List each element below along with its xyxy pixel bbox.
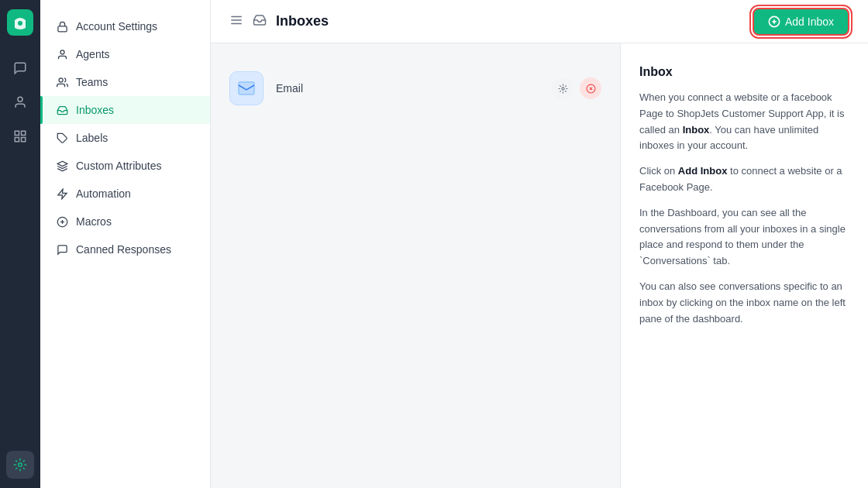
automation-icon: [56, 187, 68, 200]
header-left: Inboxes: [229, 13, 329, 30]
svg-rect-5: [15, 138, 19, 142]
svg-marker-11: [57, 161, 67, 166]
app-logo: [7, 9, 33, 36]
page-header: Inboxes Add Inbox: [211, 0, 868, 43]
sidebar-item-inboxes[interactable]: Inboxes: [40, 96, 210, 124]
inbox-settings-button[interactable]: [552, 77, 574, 99]
sidebar-item-label: Custom Attributes: [76, 160, 162, 172]
macros-icon: [56, 215, 68, 228]
account-settings-icon: [56, 20, 68, 33]
svg-point-24: [561, 87, 563, 89]
svg-marker-12: [57, 189, 66, 199]
nav-contacts[interactable]: [6, 88, 34, 116]
svg-rect-4: [22, 138, 26, 142]
inboxes-icon: [56, 104, 68, 116]
sidebar-item-label: Canned Responses: [76, 243, 171, 256]
content-body: Email Inbox When you connect a website o…: [211, 43, 868, 488]
svg-rect-22: [239, 82, 254, 95]
info-paragraph-2: Click on Add Inbox to connect a website …: [639, 163, 849, 196]
svg-point-6: [19, 463, 22, 467]
sidebar-item-account-settings[interactable]: Account Settings: [40, 12, 210, 40]
info-paragraph-4: You can also see conversations specific …: [639, 279, 849, 327]
inbox-action-buttons: [552, 77, 601, 99]
svg-point-1: [18, 97, 22, 101]
menu-icon[interactable]: [229, 13, 243, 30]
inbox-name: Email: [276, 82, 539, 95]
sidebar-item-label: Teams: [76, 76, 108, 88]
agents-icon: [56, 48, 68, 60]
table-row: Email: [229, 62, 601, 115]
nav-settings[interactable]: [6, 451, 34, 479]
inbox-delete-button[interactable]: [580, 77, 601, 99]
inbox-avatar: [229, 71, 264, 105]
add-inbox-button[interactable]: Add Inbox: [753, 8, 849, 36]
inboxes-header-icon: [253, 13, 267, 30]
sidebar-item-label: Labels: [76, 132, 108, 144]
svg-point-8: [60, 50, 64, 53]
sidebar-item-canned-responses[interactable]: Canned Responses: [40, 235, 210, 263]
page-title: Inboxes: [276, 13, 329, 29]
main-content: Inboxes Add Inbox Email: [211, 0, 868, 488]
canned-responses-icon: [56, 243, 68, 256]
teams-icon: [56, 76, 68, 88]
info-paragraph-1: When you connect a website or a facebook…: [639, 90, 849, 154]
svg-rect-7: [57, 26, 66, 31]
info-paragraph-3: In the Dashboard, you can see all the co…: [639, 205, 849, 270]
inbox-list: Email: [211, 43, 620, 488]
sidebar-item-custom-attributes[interactable]: Custom Attributes: [40, 152, 210, 180]
sidebar-item-automation[interactable]: Automation: [40, 180, 210, 208]
settings-sidebar: Account Settings Agents Teams Inboxes La…: [40, 0, 211, 488]
sidebar-item-agents[interactable]: Agents: [40, 40, 210, 68]
svg-point-9: [59, 77, 63, 81]
info-panel-title: Inbox: [639, 65, 849, 79]
sidebar-item-label: Macros: [76, 215, 112, 228]
left-icon-bar: [0, 0, 40, 488]
add-inbox-label: Add Inbox: [785, 15, 834, 28]
sidebar-item-teams[interactable]: Teams: [40, 68, 210, 96]
labels-icon: [56, 132, 68, 144]
custom-attributes-icon: [56, 160, 68, 172]
svg-point-0: [18, 21, 22, 26]
sidebar-item-labels[interactable]: Labels: [40, 124, 210, 152]
svg-rect-2: [15, 131, 19, 135]
sidebar-item-label: Automation: [76, 187, 131, 200]
sidebar-item-label: Inboxes: [76, 104, 114, 116]
sidebar-item-label: Account Settings: [76, 20, 157, 33]
nav-reports[interactable]: [6, 122, 34, 150]
svg-rect-3: [22, 131, 26, 135]
info-panel: Inbox When you connect a website or a fa…: [620, 43, 868, 488]
sidebar-item-label: Agents: [76, 48, 110, 60]
sidebar-item-macros[interactable]: Macros: [40, 208, 210, 235]
nav-conversations[interactable]: [6, 54, 34, 82]
